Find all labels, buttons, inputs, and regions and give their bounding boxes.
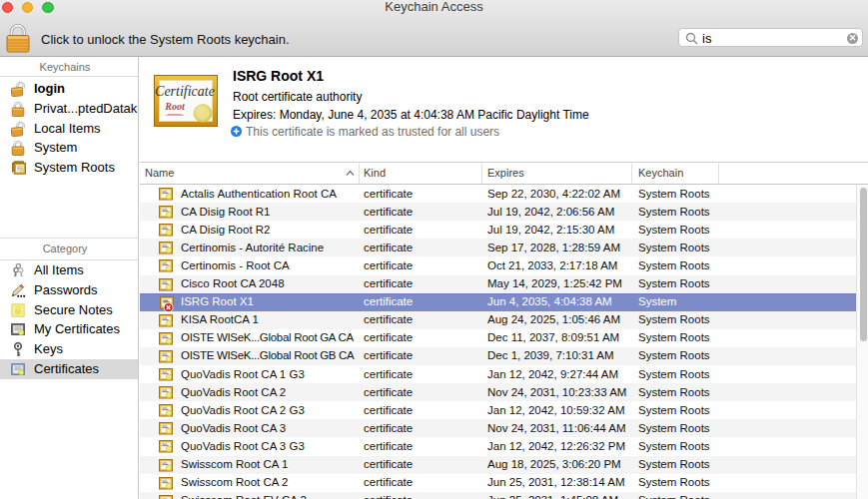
svg-text:Certificate: Certificate — [155, 84, 215, 99]
svg-text:Root: Root — [164, 101, 186, 112]
